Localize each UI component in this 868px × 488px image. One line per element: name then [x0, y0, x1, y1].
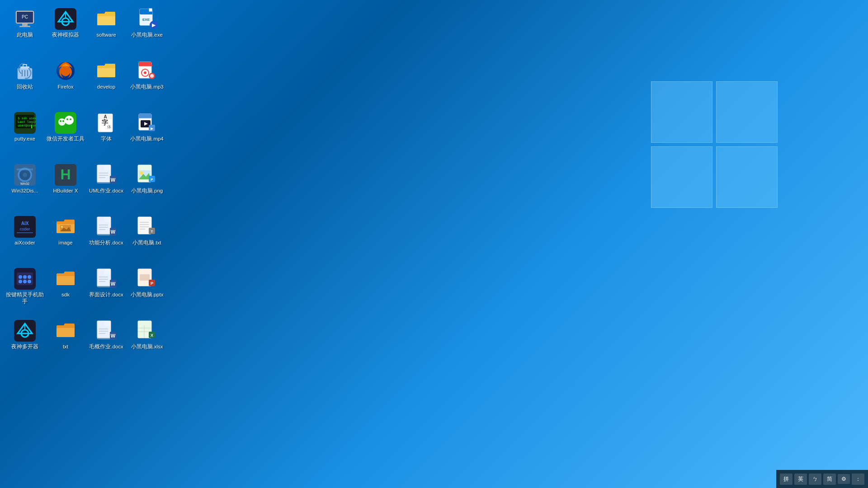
tray-item-ying[interactable]: 英 [794, 474, 807, 485]
desktop-icon-xiaohei-mp4[interactable]: ▶ 小黑电脑.mp4 [127, 108, 167, 158]
svg-point-103 [28, 275, 31, 279]
recycle-label: 回收站 [17, 84, 33, 90]
desktop-icon-software[interactable]: software [86, 5, 127, 54]
svg-point-73 [140, 171, 143, 175]
gongneng-docx-label: 功能分析.docx [89, 239, 123, 246]
tray-item-settings[interactable]: ⚙ [838, 474, 850, 484]
desktop-icon-xiaohei-png[interactable]: P 小黑电脑.png [127, 160, 167, 210]
xiaohei-mp4-icon: ▶ [136, 112, 158, 134]
gongneng-docx-icon: W [95, 216, 117, 238]
desktop-icon-firefox[interactable]: Firefox [45, 56, 86, 106]
desktop-icon-recycle[interactable]: 回收站 [5, 56, 45, 106]
desktop-icon-xiaohei-pptx[interactable]: P 小黑电脑.pptx [127, 264, 167, 314]
desktop-icon-win32disk[interactable]: Win32 Win32Dis... [5, 160, 45, 210]
maocao-docx-label: 毛概作业.docx [89, 343, 123, 350]
svg-text:H: H [60, 166, 71, 183]
software-icon [95, 8, 117, 30]
svg-point-42 [70, 118, 71, 120]
xiaohei-mp4-label: 小黑电脑.mp4 [130, 136, 164, 142]
svg-text:W: W [111, 177, 116, 183]
svg-rect-64 [104, 165, 111, 170]
desktop-icon-maocao-docx[interactable]: W 毛概作业.docx [86, 316, 127, 366]
tray-item-colon[interactable]: ： [852, 474, 864, 485]
tray-item-jian[interactable]: 简 [823, 474, 836, 485]
desktop-icon-gongneng-docx[interactable]: W 功能分析.docx [86, 212, 127, 262]
svg-text:P: P [151, 281, 153, 286]
txt-file-icon [55, 320, 76, 342]
svg-rect-85 [104, 217, 111, 222]
svg-rect-19 [20, 66, 29, 69]
svg-text:Last login: Mon: Last login: Mon [18, 120, 36, 124]
desktop-icon-uml-docx[interactable]: W UML作业.docx [86, 160, 127, 210]
anjian-icon [14, 268, 36, 290]
desktop-icon-xiaohei-exe[interactable]: EXE ▶ 小黑电脑.exe [127, 5, 167, 54]
putty-label: putty.exe [14, 136, 35, 142]
desktop-icons-area: PC 此电脑 夜神模拟器 software EXE ▶ 小黑电脑.exe [5, 5, 167, 366]
ziti-icon: A 字 体 [95, 112, 117, 134]
image-label: image [58, 239, 72, 246]
svg-text:T: T [151, 230, 153, 234]
desktop-icon-image[interactable]: image [45, 212, 86, 262]
svg-text:体: 体 [107, 125, 111, 129]
xiaohei-png-label: 小黑电脑.png [131, 188, 163, 194]
uml-docx-label: UML作业.docx [89, 188, 123, 194]
svg-rect-49 [139, 114, 151, 118]
svg-text:AIX: AIX [21, 221, 29, 226]
desktop: PC 此电脑 夜神模拟器 software EXE ▶ 小黑电脑.exe [0, 0, 868, 488]
desktop-icon-sdk[interactable]: sdk [45, 264, 86, 314]
jiemian-docx-label: 界面设计.docx [89, 291, 123, 298]
desktop-icon-nox[interactable]: 夜神模拟器 [45, 5, 86, 54]
desktop-icon-develop[interactable]: develop [86, 56, 127, 106]
desktop-icon-my-computer[interactable]: PC 此电脑 [5, 5, 45, 54]
svg-point-101 [19, 275, 22, 279]
svg-point-105 [23, 280, 27, 283]
hbuilder-icon: H [55, 164, 76, 186]
win32disk-icon: Win32 [14, 164, 36, 186]
develop-icon [95, 60, 117, 82]
xiaohei-exe-label: 小黑电脑.exe [131, 32, 163, 38]
svg-rect-2 [22, 23, 28, 26]
desktop-icon-weixin-dev[interactable]: 微信开发者工具 [45, 108, 86, 158]
desktop-icon-ziti[interactable]: A 字 体 字体 [86, 108, 127, 158]
nox-multi-icon [14, 320, 36, 342]
xiaohei-xlsx-icon: X [136, 320, 158, 342]
aixcoder-label: aiXcoder [14, 239, 35, 246]
win32disk-label: Win32Dis... [12, 188, 38, 194]
svg-point-24 [151, 65, 152, 66]
svg-text:EXE: EXE [142, 18, 150, 22]
desktop-icon-nox-multi[interactable]: 夜神多开器 [5, 316, 45, 366]
xiaohei-mp3-label: 小黑电脑.mp3 [130, 84, 164, 90]
desktop-icon-anjian[interactable]: 按键精灵手机助手 [5, 264, 45, 314]
txt-file-label: txt [63, 343, 68, 350]
desktop-icon-putty[interactable]: $ ssh user@host Last login: Mon user@ser… [5, 108, 45, 158]
desktop-icon-xiaohei-xlsx[interactable]: X 小黑电脑.xlsx [127, 316, 167, 366]
svg-text:P: P [151, 178, 153, 182]
sdk-icon [55, 268, 76, 290]
svg-text:W: W [111, 229, 116, 235]
desktop-icon-txt-file[interactable]: txt [45, 316, 86, 366]
desktop-icon-aixcoder[interactable]: AIX coder aiXcoder [5, 212, 45, 262]
xiaohei-xlsx-label: 小黑电脑.xlsx [131, 343, 163, 350]
hbuilder-label: HBuilder X [53, 188, 78, 194]
tray-item-pin[interactable]: 拼 [780, 474, 793, 485]
svg-text:W: W [111, 281, 116, 286]
recycle-icon [14, 60, 36, 82]
svg-rect-14 [149, 8, 152, 12]
svg-rect-80 [17, 232, 33, 233]
svg-point-26 [144, 71, 146, 74]
svg-text:X: X [151, 333, 153, 338]
desktop-icon-jiemian-docx[interactable]: W 界面设计.docx [86, 264, 127, 314]
svg-rect-23 [139, 62, 151, 66]
my-computer-label: 此电脑 [17, 32, 33, 38]
desktop-icon-xiaohei-mp3[interactable]: ♪ 小黑电脑.mp3 [127, 56, 167, 106]
desktop-icon-xiaohei-txt[interactable]: T 小黑电脑.txt [127, 212, 167, 262]
svg-point-40 [62, 120, 64, 122]
weixin-dev-icon [55, 112, 76, 134]
jiemian-docx-icon: W [95, 268, 117, 290]
svg-text:▶: ▶ [152, 23, 156, 28]
svg-text:W: W [111, 333, 116, 338]
firefox-label: Firefox [57, 84, 73, 90]
tray-item-bopomofo[interactable]: ㄅ [809, 474, 821, 485]
svg-point-104 [19, 280, 22, 283]
desktop-icon-hbuilder[interactable]: H HBuilder X [45, 160, 86, 210]
